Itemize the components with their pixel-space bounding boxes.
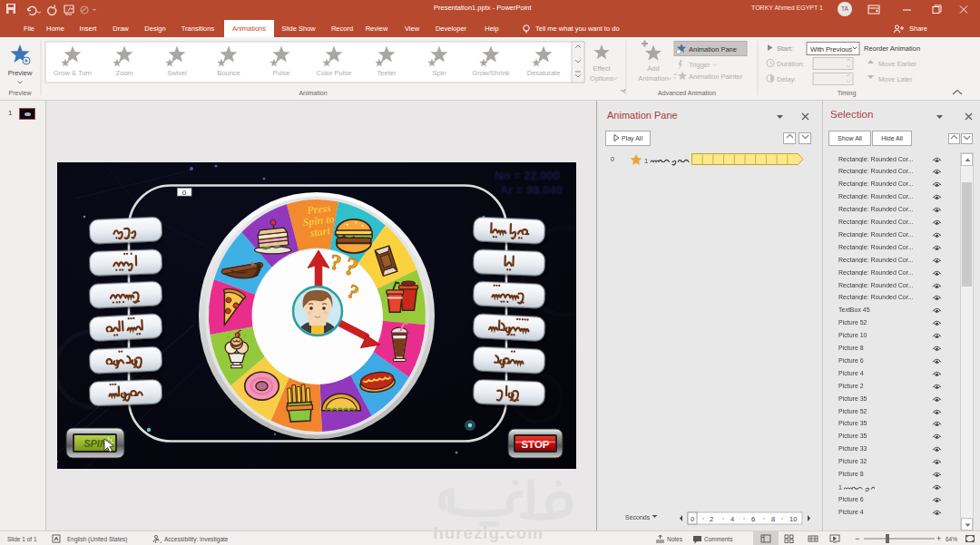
svg-text:Pulse: Pulse bbox=[273, 69, 290, 77]
svg-text:hurezig.com: hurezig.com bbox=[433, 523, 544, 542]
svg-text:Animation: Animation bbox=[638, 74, 668, 83]
svg-text:Options: Options bbox=[590, 74, 613, 83]
svg-text:Teeter: Teeter bbox=[377, 69, 397, 77]
svg-text:STOP: STOP bbox=[521, 439, 549, 450]
svg-text:Zoom: Zoom bbox=[115, 69, 132, 77]
svg-text:2: 2 bbox=[710, 515, 713, 523]
svg-text:Add: Add bbox=[647, 64, 659, 73]
svg-text:6: 6 bbox=[751, 515, 755, 523]
svg-text:Effect: Effect bbox=[593, 64, 611, 73]
svg-text:Advanced Animation: Advanced Animation bbox=[658, 90, 716, 96]
svg-text:No = 22.000: No = 22.000 bbox=[495, 169, 560, 182]
svg-text:Animation: Animation bbox=[299, 90, 327, 96]
svg-text:Animation Painter: Animation Painter bbox=[689, 73, 743, 81]
svg-text:Bounce: Bounce bbox=[217, 69, 240, 77]
svg-text:Preview: Preview bbox=[8, 69, 33, 77]
svg-text:4: 4 bbox=[730, 515, 734, 523]
svg-text:Grow/Shrink: Grow/Shrink bbox=[472, 69, 510, 77]
svg-text:Start:: Start: bbox=[777, 44, 793, 53]
svg-text:Swivel: Swivel bbox=[167, 69, 187, 77]
svg-text:1: 1 bbox=[838, 484, 842, 491]
svg-text:Ar = 98.040: Ar = 98.040 bbox=[500, 183, 563, 197]
svg-text:Duration:: Duration: bbox=[777, 60, 804, 68]
svg-text:Preview: Preview bbox=[9, 90, 33, 96]
svg-text:Trigger: Trigger bbox=[689, 61, 710, 69]
svg-text:Spin: Spin bbox=[432, 69, 446, 77]
svg-text:0: 0 bbox=[182, 189, 186, 197]
svg-text:10: 10 bbox=[789, 515, 797, 523]
svg-text:0: 0 bbox=[691, 515, 694, 523]
svg-text:Delay:: Delay: bbox=[777, 75, 796, 83]
svg-text:8: 8 bbox=[771, 515, 775, 523]
svg-text:Grow & Turn: Grow & Turn bbox=[54, 69, 92, 77]
svg-text:With Previous: With Previous bbox=[810, 45, 853, 54]
svg-text:Animation Pane: Animation Pane bbox=[689, 45, 737, 54]
svg-text:start: start bbox=[309, 224, 331, 239]
svg-text:Color Pulse: Color Pulse bbox=[317, 69, 352, 77]
svg-text:Move Later: Move Later bbox=[878, 75, 913, 83]
svg-text:Desaturate: Desaturate bbox=[527, 69, 561, 77]
svg-text:Reorder Animation: Reorder Animation bbox=[864, 44, 920, 53]
svg-text:Move Earlier: Move Earlier bbox=[878, 60, 917, 68]
svg-text:Timing: Timing bbox=[838, 90, 857, 97]
